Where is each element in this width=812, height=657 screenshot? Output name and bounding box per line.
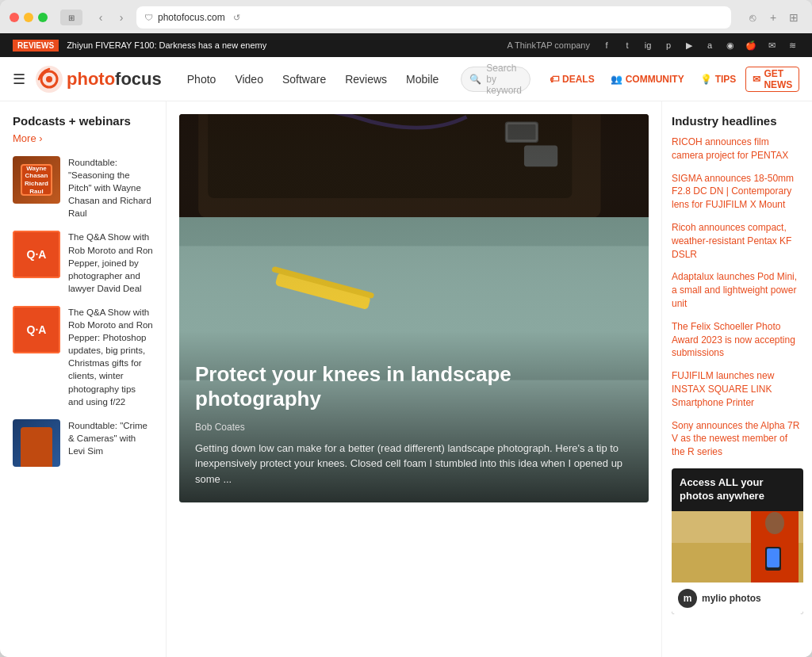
tips-icon: 💡 <box>700 74 712 85</box>
podcast-info-3: The Q&A Show with Rob Moroto and Ron Pep… <box>68 306 153 408</box>
ad-image <box>672 511 803 583</box>
ad-banner[interactable]: Access ALL your photos anywhere <box>672 468 803 614</box>
svg-rect-20 <box>767 548 779 567</box>
podcast-info-1: Roundtable: "Seasoning the Pitch" with W… <box>68 156 153 220</box>
headlines-title: Industry headlines <box>672 114 802 128</box>
svg-point-18 <box>765 512 784 534</box>
minimize-button[interactable] <box>24 13 33 22</box>
community-button[interactable]: 👥 COMMUNITY <box>604 67 691 92</box>
podcast-icon[interactable]: ◉ <box>723 38 737 52</box>
featured-author: Bob Coates <box>195 422 633 433</box>
qa-thumb-1: Q·A <box>13 231 60 278</box>
ad-brand-text: mylio photos <box>702 593 761 604</box>
top-headline[interactable]: Zhiyun FIVERAY F100: Darkness has a new … <box>67 40 507 50</box>
amazon-icon[interactable]: a <box>703 38 717 52</box>
top-bar: REVIEWS Zhiyun FIVERAY F100: Darkness ha… <box>0 33 812 57</box>
twitter-icon[interactable]: t <box>620 38 634 52</box>
sidebar-more-link[interactable]: More <box>13 132 43 144</box>
community-label: COMMUNITY <box>626 74 684 85</box>
headline-item[interactable]: Sony announces the Alpha 7R V as the new… <box>672 419 802 459</box>
headline-item[interactable]: Ricoh announces compact, weather-resista… <box>672 221 802 261</box>
email-icon[interactable]: ✉ <box>764 38 779 52</box>
url-text: photofocus.com <box>158 12 225 23</box>
logo[interactable]: photofocus <box>35 65 162 94</box>
maximize-button[interactable] <box>38 13 48 22</box>
featured-overlay: Protect your knees in landscape photogra… <box>179 330 649 502</box>
social-icons: f t ig p ▶ a ◉ 🍎 ✉ ≋ <box>599 38 799 52</box>
podcasts-sidebar: Podcasts + webinars More Wayne Chasan Ri… <box>0 101 167 657</box>
headline-item[interactable]: RICOH announces film camera project for … <box>672 136 802 162</box>
instagram-icon[interactable]: ig <box>641 38 655 52</box>
hamburger-menu[interactable]: ☰ <box>13 71 25 88</box>
svg-point-2 <box>46 76 52 82</box>
facebook-icon[interactable]: f <box>599 38 614 52</box>
tips-button[interactable]: 💡 TIPS <box>694 67 743 92</box>
new-tab-button[interactable]: + <box>764 9 782 26</box>
share-button[interactable]: ⎋ <box>744 9 761 26</box>
browser-controls: ⊞ <box>60 10 82 25</box>
podcast-thumb-1: Wayne Chasan Richard Raul <box>13 156 60 204</box>
deals-button[interactable]: 🏷 DEALS <box>543 67 601 92</box>
headline-item[interactable]: SIGMA announces 18-50mm F2.8 DC DN | Con… <box>672 172 802 212</box>
nav-photo[interactable]: Photo <box>178 57 226 101</box>
nav-actions: 🏷 DEALS 👥 COMMUNITY 💡 TIPS ✉ GET NEWS <box>543 67 799 92</box>
back-button[interactable]: ‹ <box>92 9 109 26</box>
podcast-info-2: The Q&A Show with Rob Moroto and Ron Pep… <box>68 231 153 294</box>
rss-icon[interactable]: ≋ <box>785 38 799 52</box>
content-layout: Podcasts + webinars More Wayne Chasan Ri… <box>0 101 812 657</box>
featured-excerpt: Getting down low can make for a better (… <box>195 441 633 487</box>
apple-icon[interactable]: 🍎 <box>744 38 758 52</box>
getnews-label: GET NEWS <box>764 68 792 90</box>
headline-item[interactable]: Adaptalux launches Pod Mini, a small and… <box>672 270 802 310</box>
headline-item[interactable]: FUJIFILM launches new INSTAX SQUARE LINK… <box>672 369 802 409</box>
security-icon: 🛡 <box>144 13 153 22</box>
traffic-lights <box>10 13 48 22</box>
logo-text: photofocus <box>67 69 162 90</box>
featured-article[interactable]: Protect your knees in landscape photogra… <box>179 114 649 502</box>
podcast-thumb-2: Q·A <box>13 231 60 278</box>
search-placeholder: Search by keyword <box>486 63 522 96</box>
page-content: REVIEWS Zhiyun FIVERAY F100: Darkness ha… <box>0 33 812 657</box>
tab-grid-button[interactable]: ⊞ <box>785 9 802 26</box>
podcast-item[interactable]: Roundtable: "Crime & Cameras" with Levi … <box>13 419 153 467</box>
main-nav: ☰ photofocus Photo Video Software Review… <box>0 57 812 101</box>
browser-window: ⊞ ‹ › 🛡 photofocus.com ↺ ⎋ + ⊞ REVIEWS Z… <box>0 0 812 657</box>
search-bar[interactable]: 🔍 Search by keyword <box>461 67 530 92</box>
getnews-button[interactable]: ✉ GET NEWS <box>745 67 799 92</box>
featured-title: Protect your knees in landscape photogra… <box>195 362 633 411</box>
youtube-icon[interactable]: ▶ <box>682 38 696 52</box>
nav-video[interactable]: Video <box>225 57 273 101</box>
mylio-icon: m <box>678 589 697 608</box>
tips-label: TIPS <box>715 74 737 85</box>
nav-links: Photo Video Software Reviews Mobile <box>178 57 449 101</box>
search-icon: 🔍 <box>469 74 481 85</box>
logo-icon <box>35 65 63 94</box>
main-article-area: Protect your knees in landscape photogra… <box>167 101 661 657</box>
address-bar[interactable]: 🛡 photofocus.com ↺ <box>136 6 731 29</box>
nav-mobile[interactable]: Mobile <box>396 57 448 101</box>
ad-brand-area: m mylio photos <box>672 583 803 614</box>
sidebar-title: Podcasts + webinars <box>13 114 153 128</box>
podcast-item[interactable]: Wayne Chasan Richard Raul Roundtable: "S… <box>13 156 153 220</box>
company-label: A ThinkTAP company <box>507 40 590 50</box>
headlines-sidebar: Industry headlines RICOH announces film … <box>661 101 812 657</box>
pinterest-icon[interactable]: p <box>661 38 676 52</box>
podcast-item[interactable]: Q·A The Q&A Show with Rob Moroto and Ron… <box>13 231 153 294</box>
browser-chrome: ⊞ ‹ › 🛡 photofocus.com ↺ ⎋ + ⊞ <box>0 0 812 33</box>
headline-item[interactable]: The Felix Schoeller Photo Award 2023 is … <box>672 320 802 360</box>
reviews-badge[interactable]: REVIEWS <box>13 40 59 52</box>
nav-software[interactable]: Software <box>273 57 335 101</box>
tab-overview-button[interactable]: ⊞ <box>60 10 82 25</box>
nav-reviews[interactable]: Reviews <box>335 57 396 101</box>
podcast-thumb-3: Q·A <box>13 306 60 353</box>
community-icon: 👥 <box>611 74 622 85</box>
refresh-icon[interactable]: ↺ <box>233 13 240 23</box>
mail-icon: ✉ <box>753 74 760 85</box>
deals-icon: 🏷 <box>550 74 559 85</box>
forward-button[interactable]: › <box>113 9 130 26</box>
close-button[interactable] <box>10 13 19 22</box>
ad-scene <box>672 511 803 583</box>
podcast-item[interactable]: Q·A The Q&A Show with Rob Moroto and Ron… <box>13 306 153 408</box>
podcast-thumb-4 <box>13 419 60 467</box>
browser-actions: ⎋ + ⊞ <box>744 9 802 26</box>
